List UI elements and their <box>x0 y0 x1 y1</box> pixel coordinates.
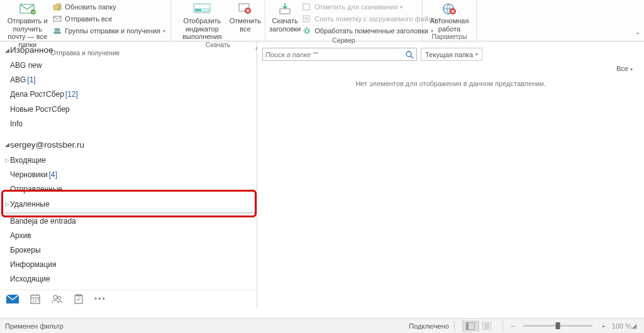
chevron-down-icon: ▾ <box>163 28 165 34</box>
nav-more-button[interactable]: ••• <box>94 295 106 303</box>
folder-name: ABG new <box>10 60 42 72</box>
collapse-pane-button[interactable]: ‹ <box>255 45 257 52</box>
cancel-all-label: Отменить все <box>230 17 261 33</box>
folder-name: Исходящие <box>10 273 50 285</box>
nav-people-button[interactable] <box>52 295 63 303</box>
nav-calendar-button[interactable] <box>30 294 40 304</box>
expand-icon: ▷ <box>4 200 10 209</box>
folder-item[interactable]: Info <box>0 117 257 131</box>
status-bar: Применен фильтр Подключено − + 100 % ◢ <box>0 318 644 333</box>
search-input[interactable] <box>265 51 405 58</box>
download-headers-icon <box>275 1 294 16</box>
ribbon: Отправить и получить почту — все папки О… <box>0 0 644 41</box>
svg-rect-12 <box>303 4 309 10</box>
folder-pane[interactable]: ◢ Избранное ABG newABG [1]Дела РостСбер … <box>0 41 257 290</box>
folder-item[interactable]: ▷Входящие <box>0 153 257 168</box>
chevron-down-icon: ▾ <box>475 52 478 57</box>
show-progress-button[interactable]: Отобразить индикатор выполнения <box>175 0 230 41</box>
show-progress-label: Отобразить индикатор выполнения <box>175 17 230 41</box>
folder-item[interactable]: Новые РостСбер <box>0 102 257 117</box>
folder-item[interactable]: Исходящие <box>0 272 257 287</box>
folder-item[interactable]: Архив <box>0 229 257 243</box>
folder-item[interactable]: ABG [1] <box>0 73 257 87</box>
separator <box>502 321 503 331</box>
svg-point-14 <box>305 29 309 33</box>
view-normal-button[interactable] <box>462 320 479 332</box>
view-switcher <box>462 320 495 332</box>
chevron-down-icon: ▾ <box>630 67 633 72</box>
folder-name: Архив <box>10 230 31 242</box>
folder-item[interactable]: Черновики [4] <box>0 168 257 182</box>
send-receive-icon <box>18 1 37 16</box>
ribbon-group-download: Отобразить индикатор выполнения Отменить… <box>171 0 265 41</box>
cancel-icon <box>236 1 255 16</box>
separator <box>454 321 455 331</box>
search-icon[interactable] <box>405 50 414 59</box>
mark-download-button: Отметить для скачивания ▾ <box>301 1 442 13</box>
unmark-icon <box>302 14 312 24</box>
folder-name: ABG <box>10 74 26 86</box>
work-offline-label: Автономная работа <box>426 17 472 33</box>
folder-item[interactable]: Bandeja de entrada <box>0 214 257 229</box>
work-offline-button[interactable]: Автономная работа <box>426 0 472 33</box>
chevron-up-icon: ⌃ <box>635 31 640 38</box>
folder-name: Info <box>10 118 23 130</box>
nav-tasks-button[interactable] <box>74 294 83 304</box>
folder-name: Новые РостСбер <box>10 104 70 116</box>
ribbon-collapse-button[interactable]: ⌃ <box>631 0 644 41</box>
ribbon-group-label: Параметры <box>426 33 472 41</box>
zoom-out-button[interactable]: − <box>508 322 517 330</box>
unread-count: [4] <box>49 169 57 181</box>
resize-grip[interactable]: ◢ <box>631 322 639 330</box>
folder-name: Черновики <box>10 169 48 181</box>
search-box[interactable] <box>262 48 417 61</box>
folder-item[interactable]: ABG new <box>0 58 257 73</box>
send-receive-groups-button[interactable]: Группы отправки и получения ▾ <box>51 25 167 36</box>
ribbon-group-server: Скачать заголовки Отметить для скачивани… <box>265 0 423 41</box>
unmark-button: Снять пометку с загружаемого файла ▾ <box>301 13 442 25</box>
svg-rect-8 <box>195 9 201 11</box>
ribbon-group-send-receive: Отправить и получить почту — все папки О… <box>0 0 171 41</box>
cancel-all-button[interactable]: Отменить все <box>230 0 261 33</box>
folder-item[interactable]: Отправленные <box>0 182 257 197</box>
folder-item[interactable]: Информация <box>0 258 257 272</box>
update-folder-button[interactable]: Обновить папку <box>51 1 167 13</box>
svg-point-19 <box>53 295 57 299</box>
folder-item[interactable]: Дела РостСбер [12] <box>0 87 257 102</box>
favorites-header[interactable]: ◢ Избранное <box>0 41 257 58</box>
svg-point-4 <box>57 28 60 31</box>
folder-sidebar: ◢ Избранное ABG newABG [1]Дела РостСбер … <box>0 41 257 308</box>
svg-rect-11 <box>280 9 290 14</box>
process-marked-button[interactable]: Обработать помеченные заголовки ▾ <box>301 25 442 36</box>
search-scope-dropdown[interactable]: Текущая папка ▾ <box>421 48 482 61</box>
ribbon-group-prefs: Автономная работа Параметры <box>423 0 477 41</box>
unread-count: [12] <box>65 89 78 101</box>
gear-icon <box>302 26 312 36</box>
expand-icon: ◢ <box>4 141 10 148</box>
expand-icon: ▷ <box>4 156 10 165</box>
zoom-in-button[interactable]: + <box>599 322 608 330</box>
main-body: ◢ Избранное ABG newABG [1]Дела РостСбер … <box>0 41 644 308</box>
globe-offline-icon <box>440 1 459 16</box>
zoom-slider[interactable] <box>523 325 592 327</box>
zoom-level: 100 % <box>612 322 631 330</box>
folder-name: Дела РостСбер <box>10 89 64 101</box>
filter-dropdown[interactable]: Все ▾ <box>257 63 644 75</box>
view-reading-button[interactable] <box>479 320 495 332</box>
nav-mail-button[interactable] <box>6 295 19 303</box>
download-headers-button[interactable]: Скачать заголовки <box>269 0 301 33</box>
send-all-button[interactable]: Отправить все <box>51 13 167 25</box>
folder-item[interactable]: ▷Удаленные <box>0 197 257 212</box>
svg-rect-25 <box>466 322 469 330</box>
send-all-icon <box>52 14 62 24</box>
progress-icon <box>192 1 211 16</box>
status-connection: Подключено <box>409 322 449 330</box>
svg-point-23 <box>406 52 411 57</box>
account-header[interactable]: ◢ sergey@rostsber.ru <box>0 136 257 153</box>
unread-count: [1] <box>27 74 35 86</box>
svg-rect-5 <box>53 31 61 34</box>
folder-item[interactable]: Брокеры <box>0 243 257 258</box>
groups-icon <box>52 26 62 36</box>
expand-icon: ◢ <box>4 47 10 53</box>
zoom-thumb[interactable] <box>556 322 560 329</box>
